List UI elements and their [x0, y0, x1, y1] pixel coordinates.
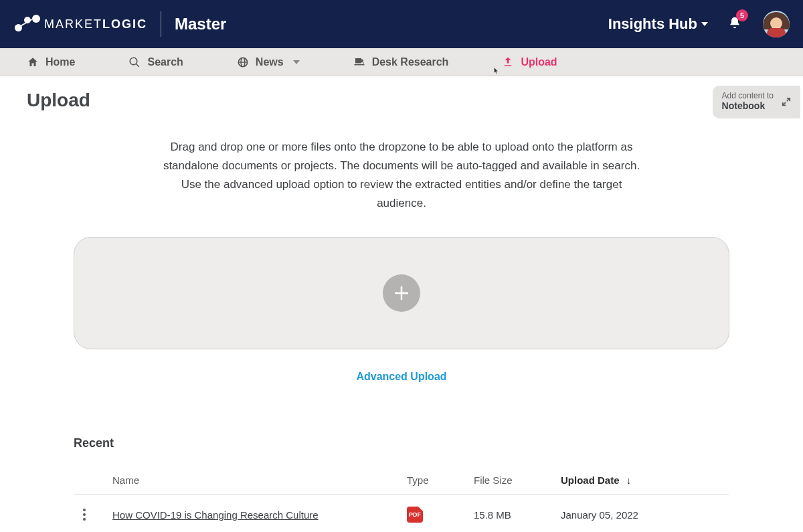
- notification-badge: 5: [736, 9, 748, 21]
- advanced-upload-link[interactable]: Advanced Upload: [74, 371, 729, 383]
- add-to-notebook-button[interactable]: Add content to Notebook: [713, 86, 800, 118]
- page-title: Upload: [27, 90, 776, 111]
- nav-search-label: Search: [147, 56, 183, 68]
- plus-icon: [383, 274, 420, 312]
- notebook-line1: Add content to: [722, 91, 774, 100]
- chevron-down-icon: [293, 60, 300, 64]
- nav-desk-research-label: Desk Research: [372, 56, 449, 68]
- table-row: How COVID-19 is Changing Research Cultur…: [74, 495, 729, 529]
- nav-home[interactable]: Home: [27, 56, 75, 68]
- workspace-label[interactable]: Master: [175, 15, 226, 33]
- upload-date: January 05, 2022: [555, 495, 729, 529]
- brand-logo[interactable]: MARKETLOGIC: [13, 15, 147, 33]
- main-nav: Home Search News Desk Research Upload: [0, 48, 803, 76]
- cursor-pointer-icon: [491, 66, 501, 78]
- brand-name: MARKETLOGIC: [44, 17, 147, 31]
- nav-search[interactable]: Search: [128, 56, 183, 68]
- upload-icon: [502, 56, 514, 68]
- file-size: 15.8 MB: [468, 495, 555, 529]
- notifications-button[interactable]: 5: [728, 16, 741, 32]
- hub-label: Insights Hub: [608, 15, 697, 33]
- main-content: Upload Add content to Notebook Drag and …: [0, 76, 803, 532]
- chevron-down-icon: [701, 22, 708, 26]
- user-avatar[interactable]: [763, 11, 790, 37]
- nav-desk-research[interactable]: Desk Research: [353, 56, 449, 68]
- col-upload-date-label: Upload Date: [561, 474, 620, 486]
- col-name[interactable]: Name: [107, 466, 402, 495]
- col-type[interactable]: Type: [402, 466, 468, 495]
- upload-instructions: Drag and drop one or more files onto the…: [161, 138, 642, 213]
- col-size[interactable]: File Size: [468, 466, 555, 495]
- insights-hub-dropdown[interactable]: Insights Hub: [608, 15, 708, 33]
- top-header: MARKETLOGIC Master Insights Hub 5: [0, 0, 803, 48]
- home-icon: [27, 56, 39, 68]
- nav-news-label: News: [256, 56, 284, 68]
- search-icon: [128, 56, 141, 68]
- divider: [161, 11, 161, 37]
- col-upload-date[interactable]: Upload Date ↓: [555, 466, 729, 495]
- logo-mark-icon: [13, 15, 40, 33]
- notebook-line2: Notebook: [722, 100, 774, 112]
- nav-news[interactable]: News: [237, 56, 300, 68]
- nav-upload-label: Upload: [521, 56, 557, 68]
- arrow-down-icon: ↓: [626, 474, 632, 486]
- nav-upload[interactable]: Upload: [502, 56, 557, 68]
- row-menu-button[interactable]: [79, 509, 90, 521]
- pdf-icon: PDF: [407, 507, 423, 523]
- desk-research-icon: [353, 56, 365, 68]
- expand-icon: [782, 97, 791, 106]
- globe-icon: [237, 56, 249, 68]
- recent-heading: Recent: [74, 436, 729, 450]
- recent-table: Name Type File Size Upload Date ↓: [74, 466, 729, 528]
- nav-home-label: Home: [46, 56, 75, 68]
- upload-dropzone[interactable]: [74, 237, 729, 349]
- file-name-link[interactable]: How COVID-19 is Changing Research Cultur…: [112, 509, 319, 521]
- recent-section: Recent Name Type File Size Upload Date ↓: [74, 436, 729, 528]
